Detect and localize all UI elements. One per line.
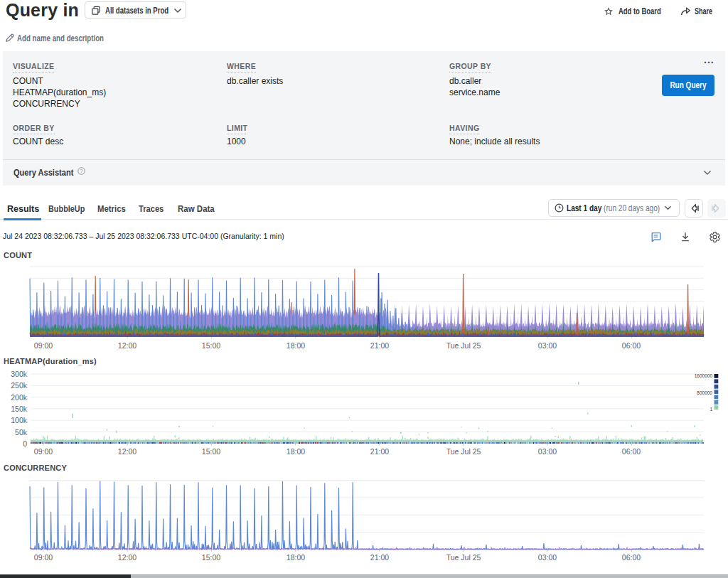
svg-text:?: ? (80, 168, 83, 173)
